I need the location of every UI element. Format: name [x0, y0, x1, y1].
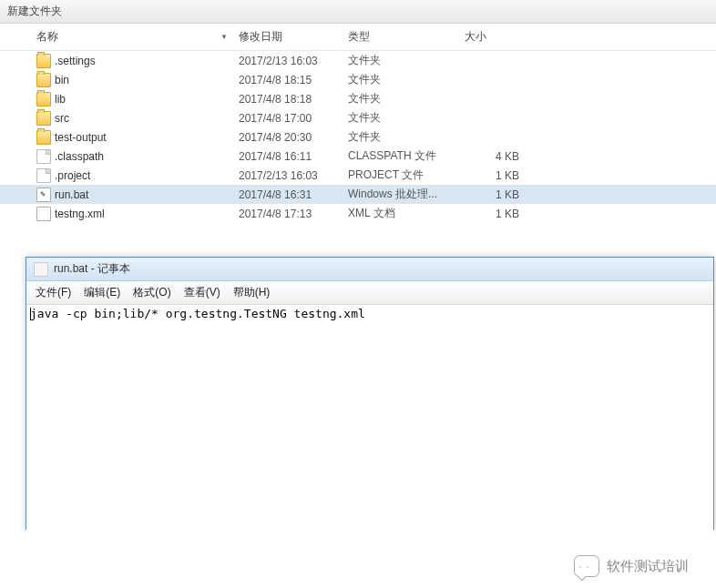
toolbar: 新建文件夹	[0, 0, 716, 24]
file-name: lib	[55, 93, 66, 106]
cell-date: 2017/4/8 16:11	[239, 150, 348, 163]
cell-type: 文件夹	[348, 129, 465, 145]
cell-type: 文件夹	[348, 72, 465, 87]
file-list: 名称 ▼ 修改日期 类型 大小 .settings2017/2/13 16:03…	[0, 24, 716, 223]
new-folder-button[interactable]: 新建文件夹	[7, 5, 62, 17]
file-name: .project	[55, 169, 90, 182]
cell-type: CLASSPATH 文件	[348, 148, 465, 164]
xml-file-icon	[36, 207, 51, 221]
cell-name: .classpath	[0, 149, 239, 164]
header-date[interactable]: 修改日期	[239, 29, 348, 45]
menu-file[interactable]: 文件(F)	[30, 283, 77, 302]
file-row[interactable]: lib2017/4/8 18:18文件夹	[0, 89, 716, 108]
wechat-icon	[574, 555, 599, 577]
cell-size: 4 KB	[465, 150, 528, 163]
watermark: 软件测试培训	[574, 555, 689, 577]
cell-name: lib	[0, 92, 239, 106]
header-type[interactable]: 类型	[348, 29, 465, 45]
explorer-window: 新建文件夹 名称 ▼ 修改日期 类型 大小 .settings2017/2/13…	[0, 0, 716, 223]
cell-date: 2017/4/8 18:18	[239, 93, 348, 106]
cell-name: src	[0, 111, 239, 126]
notepad-titlebar[interactable]: run.bat - 记事本	[26, 258, 713, 281]
file-name: testng.xml	[55, 208, 105, 220]
file-row[interactable]: .classpath2017/4/8 16:11CLASSPATH 文件4 KB	[0, 147, 716, 166]
file-row[interactable]: .project2017/2/13 16:03PROJECT 文件1 KB	[0, 166, 716, 185]
notepad-textarea[interactable]: java -cp bin;lib/* org.testng.TestNG tes…	[26, 305, 713, 537]
folder-icon	[36, 54, 51, 68]
file-icon	[36, 168, 51, 183]
cell-type: Windows 批处理...	[348, 187, 465, 202]
file-row[interactable]: test-output2017/4/8 20:30文件夹	[0, 127, 716, 147]
menu-format[interactable]: 格式(O)	[128, 283, 176, 302]
cell-type: 文件夹	[348, 53, 465, 68]
cell-name: test-output	[0, 130, 239, 145]
cell-size: 1 KB	[465, 208, 528, 220]
batch-file-icon	[36, 188, 51, 202]
watermark-text: 软件测试培训	[607, 558, 689, 575]
menu-help[interactable]: 帮助(H)	[228, 283, 276, 302]
menu-edit[interactable]: 编辑(E)	[78, 283, 126, 302]
file-row[interactable]: .settings2017/2/13 16:03文件夹	[0, 51, 716, 70]
cell-name: run.bat	[0, 188, 239, 202]
notepad-title-text: run.bat - 记事本	[54, 261, 130, 277]
file-row[interactable]: run.bat2017/4/8 16:31Windows 批处理...1 KB	[0, 185, 716, 204]
notepad-menubar: 文件(F) 编辑(E) 格式(O) 查看(V) 帮助(H)	[26, 281, 713, 305]
cell-type: 文件夹	[348, 91, 465, 106]
folder-icon	[36, 92, 51, 106]
cell-date: 2017/2/13 16:03	[239, 55, 348, 67]
cell-type: XML 文档	[348, 206, 465, 221]
cell-name: bin	[0, 73, 239, 87]
sort-indicator-icon: ▼	[220, 33, 228, 41]
file-row[interactable]: src2017/4/8 17:00文件夹	[0, 108, 716, 127]
file-row[interactable]: testng.xml2017/4/8 17:13XML 文档1 KB	[0, 204, 716, 223]
notepad-icon	[34, 262, 48, 277]
menu-view[interactable]: 查看(V)	[179, 283, 226, 302]
cell-date: 2017/4/8 16:31	[239, 188, 348, 201]
cell-size: 1 KB	[465, 169, 528, 182]
cell-name: testng.xml	[0, 207, 239, 221]
folder-icon	[36, 73, 51, 87]
cell-date: 2017/4/8 20:30	[239, 131, 348, 144]
file-icon	[36, 149, 51, 164]
cell-name: .settings	[0, 54, 239, 68]
cell-type: 文件夹	[348, 110, 465, 126]
file-name: bin	[55, 74, 69, 86]
folder-icon	[36, 130, 51, 145]
cell-date: 2017/2/13 16:03	[239, 169, 348, 182]
folder-icon	[36, 111, 51, 126]
cell-date: 2017/4/8 17:00	[239, 112, 348, 125]
header-size[interactable]: 大小	[465, 29, 528, 45]
file-name: .classpath	[55, 150, 104, 163]
file-name: .settings	[55, 55, 96, 67]
header-name[interactable]: 名称 ▼	[0, 29, 239, 45]
cell-date: 2017/4/8 17:13	[239, 208, 348, 220]
cell-date: 2017/4/8 18:15	[239, 74, 348, 86]
cell-name: .project	[0, 168, 239, 183]
cell-type: PROJECT 文件	[348, 167, 465, 183]
notepad-window: run.bat - 记事本 文件(F) 编辑(E) 格式(O) 查看(V) 帮助…	[26, 257, 714, 530]
file-name: test-output	[55, 131, 107, 144]
file-name: run.bat	[55, 188, 88, 201]
file-row[interactable]: bin2017/4/8 18:15文件夹	[0, 70, 716, 89]
file-name: src	[55, 112, 69, 125]
column-headers: 名称 ▼ 修改日期 类型 大小	[0, 24, 716, 51]
cell-size: 1 KB	[465, 188, 528, 201]
